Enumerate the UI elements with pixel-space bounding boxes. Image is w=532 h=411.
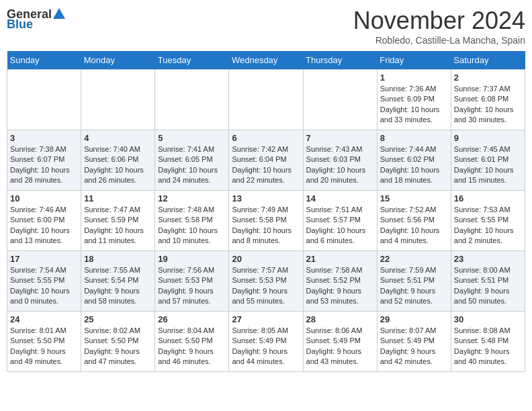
day-info: Sunrise: 7:45 AM Sunset: 6:01 PM Dayligh… <box>454 144 522 186</box>
day-number: 16 <box>454 193 522 203</box>
day-info: Sunrise: 8:07 AM Sunset: 5:49 PM Dayligh… <box>380 326 448 367</box>
day-info: Sunrise: 7:58 AM Sunset: 5:52 PM Dayligh… <box>306 265 374 307</box>
table-row: 4Sunrise: 7:40 AM Sunset: 6:06 PM Daylig… <box>81 130 155 191</box>
table-row: 10Sunrise: 7:46 AM Sunset: 6:00 PM Dayli… <box>7 191 81 251</box>
day-number: 28 <box>306 314 374 324</box>
calendar-week-row: 3Sunrise: 7:38 AM Sunset: 6:07 PM Daylig… <box>7 130 525 191</box>
day-number: 29 <box>380 314 448 324</box>
title-section: November 2024 Robledo, Castille-La Manch… <box>353 7 525 46</box>
day-number: 14 <box>306 193 374 203</box>
month-title: November 2024 <box>353 7 525 35</box>
table-row: 18Sunrise: 7:55 AM Sunset: 5:54 PM Dayli… <box>81 251 155 312</box>
table-row <box>155 70 229 130</box>
day-info: Sunrise: 7:40 AM Sunset: 6:06 PM Dayligh… <box>84 144 152 186</box>
day-info: Sunrise: 7:47 AM Sunset: 5:59 PM Dayligh… <box>84 205 152 246</box>
day-number: 27 <box>232 314 300 324</box>
logo: General Blue <box>7 7 66 32</box>
day-number: 21 <box>306 254 374 264</box>
logo-blue: Blue <box>7 17 33 32</box>
page-header: General Blue November 2024 Robledo, Cast… <box>7 7 525 46</box>
day-info: Sunrise: 8:06 AM Sunset: 5:49 PM Dayligh… <box>306 326 374 367</box>
day-info: Sunrise: 7:56 AM Sunset: 5:53 PM Dayligh… <box>158 265 226 307</box>
day-number: 13 <box>232 193 300 203</box>
day-info: Sunrise: 7:53 AM Sunset: 5:55 PM Dayligh… <box>454 205 522 246</box>
day-number: 5 <box>158 133 226 143</box>
day-info: Sunrise: 7:41 AM Sunset: 6:05 PM Dayligh… <box>158 144 226 186</box>
table-row: 19Sunrise: 7:56 AM Sunset: 5:53 PM Dayli… <box>155 251 229 312</box>
day-number: 7 <box>306 133 374 143</box>
table-row: 21Sunrise: 7:58 AM Sunset: 5:52 PM Dayli… <box>303 251 377 312</box>
day-number: 9 <box>454 133 522 143</box>
table-row <box>81 70 155 130</box>
table-row <box>303 70 377 130</box>
day-info: Sunrise: 7:52 AM Sunset: 5:56 PM Dayligh… <box>380 205 448 246</box>
day-number: 17 <box>10 254 78 264</box>
calendar-week-row: 17Sunrise: 7:54 AM Sunset: 5:55 PM Dayli… <box>7 251 525 312</box>
day-info: Sunrise: 7:43 AM Sunset: 6:03 PM Dayligh… <box>306 144 374 186</box>
day-number: 26 <box>158 314 226 324</box>
day-info: Sunrise: 7:51 AM Sunset: 5:57 PM Dayligh… <box>306 205 374 246</box>
table-row: 20Sunrise: 7:57 AM Sunset: 5:53 PM Dayli… <box>229 251 303 312</box>
day-info: Sunrise: 7:59 AM Sunset: 5:51 PM Dayligh… <box>380 265 448 307</box>
location: Robledo, Castille-La Mancha, Spain <box>353 35 525 46</box>
day-number: 11 <box>84 193 152 203</box>
day-number: 12 <box>158 193 226 203</box>
calendar-week-row: 24Sunrise: 8:01 AM Sunset: 5:50 PM Dayli… <box>7 312 525 372</box>
header-sunday: Sunday <box>7 51 81 70</box>
table-row: 6Sunrise: 7:42 AM Sunset: 6:04 PM Daylig… <box>229 130 303 191</box>
day-number: 8 <box>380 133 448 143</box>
day-info: Sunrise: 8:02 AM Sunset: 5:50 PM Dayligh… <box>84 326 152 367</box>
table-row: 9Sunrise: 7:45 AM Sunset: 6:01 PM Daylig… <box>451 130 525 191</box>
day-info: Sunrise: 8:05 AM Sunset: 5:49 PM Dayligh… <box>232 326 300 367</box>
table-row: 27Sunrise: 8:05 AM Sunset: 5:49 PM Dayli… <box>229 312 303 372</box>
table-row: 29Sunrise: 8:07 AM Sunset: 5:49 PM Dayli… <box>377 312 451 372</box>
calendar-table: Sunday Monday Tuesday Wednesday Thursday… <box>7 51 525 372</box>
day-info: Sunrise: 7:55 AM Sunset: 5:54 PM Dayligh… <box>84 265 152 307</box>
day-info: Sunrise: 7:44 AM Sunset: 6:02 PM Dayligh… <box>380 144 448 186</box>
calendar-week-row: 10Sunrise: 7:46 AM Sunset: 6:00 PM Dayli… <box>7 191 525 251</box>
table-row <box>7 70 81 130</box>
day-number: 3 <box>10 133 78 143</box>
day-number: 2 <box>454 73 522 83</box>
day-number: 1 <box>380 73 448 83</box>
day-number: 25 <box>84 314 152 324</box>
day-info: Sunrise: 7:49 AM Sunset: 5:58 PM Dayligh… <box>232 205 300 246</box>
table-row: 11Sunrise: 7:47 AM Sunset: 5:59 PM Dayli… <box>81 191 155 251</box>
table-row: 8Sunrise: 7:44 AM Sunset: 6:02 PM Daylig… <box>377 130 451 191</box>
day-info: Sunrise: 8:00 AM Sunset: 5:51 PM Dayligh… <box>454 265 522 307</box>
table-row: 25Sunrise: 8:02 AM Sunset: 5:50 PM Dayli… <box>81 312 155 372</box>
logo-icon <box>52 7 66 21</box>
day-info: Sunrise: 7:54 AM Sunset: 5:55 PM Dayligh… <box>10 265 78 307</box>
day-number: 4 <box>84 133 152 143</box>
header-thursday: Thursday <box>303 51 377 70</box>
table-row: 23Sunrise: 8:00 AM Sunset: 5:51 PM Dayli… <box>451 251 525 312</box>
table-row: 2Sunrise: 7:37 AM Sunset: 6:08 PM Daylig… <box>451 70 525 130</box>
calendar-week-row: 1Sunrise: 7:36 AM Sunset: 6:09 PM Daylig… <box>7 70 525 130</box>
table-row: 7Sunrise: 7:43 AM Sunset: 6:03 PM Daylig… <box>303 130 377 191</box>
day-info: Sunrise: 7:37 AM Sunset: 6:08 PM Dayligh… <box>454 84 522 126</box>
day-number: 18 <box>84 254 152 264</box>
day-number: 23 <box>454 254 522 264</box>
table-row: 30Sunrise: 8:08 AM Sunset: 5:48 PM Dayli… <box>451 312 525 372</box>
svg-marker-0 <box>53 8 65 19</box>
day-number: 6 <box>232 133 300 143</box>
day-info: Sunrise: 7:48 AM Sunset: 5:58 PM Dayligh… <box>158 205 226 246</box>
header-monday: Monday <box>81 51 155 70</box>
day-info: Sunrise: 7:57 AM Sunset: 5:53 PM Dayligh… <box>232 265 300 307</box>
calendar-header-row: Sunday Monday Tuesday Wednesday Thursday… <box>7 51 525 70</box>
table-row: 12Sunrise: 7:48 AM Sunset: 5:58 PM Dayli… <box>155 191 229 251</box>
day-info: Sunrise: 7:36 AM Sunset: 6:09 PM Dayligh… <box>380 84 448 126</box>
day-info: Sunrise: 8:08 AM Sunset: 5:48 PM Dayligh… <box>454 326 522 367</box>
header-tuesday: Tuesday <box>155 51 229 70</box>
table-row: 3Sunrise: 7:38 AM Sunset: 6:07 PM Daylig… <box>7 130 81 191</box>
table-row: 15Sunrise: 7:52 AM Sunset: 5:56 PM Dayli… <box>377 191 451 251</box>
day-number: 22 <box>380 254 448 264</box>
day-info: Sunrise: 8:01 AM Sunset: 5:50 PM Dayligh… <box>10 326 78 367</box>
day-info: Sunrise: 7:38 AM Sunset: 6:07 PM Dayligh… <box>10 144 78 186</box>
table-row: 5Sunrise: 7:41 AM Sunset: 6:05 PM Daylig… <box>155 130 229 191</box>
table-row: 24Sunrise: 8:01 AM Sunset: 5:50 PM Dayli… <box>7 312 81 372</box>
day-info: Sunrise: 7:42 AM Sunset: 6:04 PM Dayligh… <box>232 144 300 186</box>
day-number: 19 <box>158 254 226 264</box>
table-row <box>229 70 303 130</box>
table-row: 16Sunrise: 7:53 AM Sunset: 5:55 PM Dayli… <box>451 191 525 251</box>
